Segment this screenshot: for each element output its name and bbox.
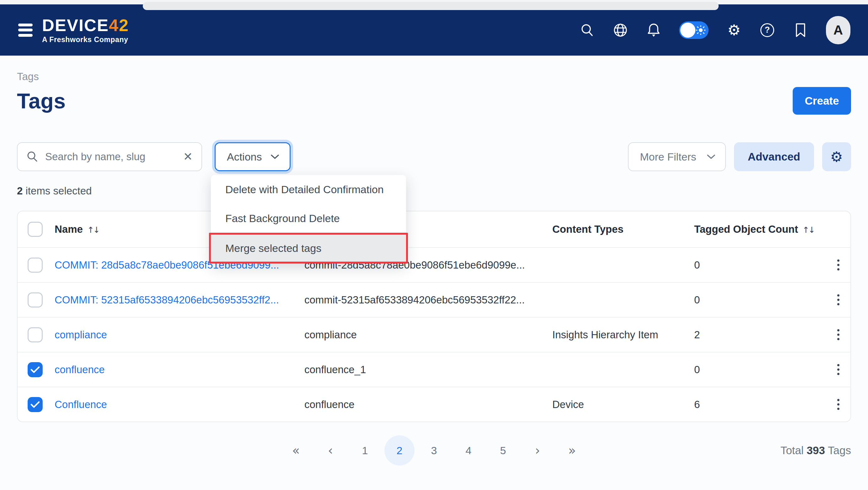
page-button-2-active[interactable]: 2	[384, 435, 414, 465]
first-page-button[interactable]: «	[279, 435, 313, 465]
table-row: COMMIT: 28d5a8c78ae0be9086f51ebe6d9099..…	[18, 247, 850, 282]
browser-chrome-strip	[0, 0, 868, 4]
tag-name-link[interactable]: Confluence	[55, 399, 107, 410]
actions-menu: Delete with Detailed Confirmation Fast B…	[211, 175, 406, 263]
menu-item-delete-detailed[interactable]: Delete with Detailed Confirmation	[211, 175, 406, 204]
advanced-button[interactable]: Advanced	[734, 142, 814, 171]
pagination: « ‹ 1 2 3 4 5 › » Total 393 Tags	[17, 435, 851, 465]
table-settings-button[interactable]: ⚙	[822, 142, 851, 171]
logo-wordmark: DEVICE42	[42, 17, 129, 34]
menu-item-merge-selected-tags[interactable]: Merge selected tags	[209, 233, 408, 263]
hamburger-menu-icon[interactable]	[18, 24, 33, 37]
row-checkbox[interactable]	[28, 292, 43, 308]
row-menu-button[interactable]	[831, 256, 846, 275]
settings-gear-icon[interactable]: ⚙	[726, 22, 742, 38]
table-row: confluence confluence_1 0	[18, 352, 850, 387]
next-page-button[interactable]: ›	[520, 435, 555, 465]
row-menu-button[interactable]	[831, 325, 846, 344]
tag-name-link[interactable]: compliance	[55, 329, 107, 341]
tagged-object-count: 0	[694, 294, 826, 306]
tagged-object-count: 0	[694, 364, 826, 376]
table-row: Confluence confluence Device 6	[18, 387, 850, 422]
theme-toggle[interactable]	[679, 21, 709, 39]
page-button-3[interactable]: 3	[417, 435, 451, 465]
tagged-object-count: 0	[694, 259, 826, 271]
tag-slug: confluence	[304, 399, 552, 410]
select-all-checkbox[interactable]	[28, 222, 43, 237]
tag-content-types: Device	[552, 399, 694, 410]
clear-search-icon[interactable]: ✕	[183, 151, 193, 163]
tags-table: Name↑↓ Content Types Tagged Object Count…	[17, 211, 851, 422]
prev-page-button[interactable]: ‹	[313, 435, 348, 465]
toggle-knob	[680, 23, 695, 38]
toolbar: ✕ Actions Delete with Detailed Confirmat…	[17, 142, 851, 171]
tag-name-link[interactable]: COMMIT: 52315af6533894206ebc56953532ff2.…	[55, 294, 279, 306]
browser-address-bar-sliver	[143, 2, 719, 10]
tag-slug: commit-52315af6533894206ebc56953532ff22.…	[304, 294, 552, 306]
table-header-row: Name↑↓ Content Types Tagged Object Count…	[18, 211, 850, 247]
notifications-bell-icon[interactable]	[646, 22, 661, 38]
row-menu-button[interactable]	[831, 291, 846, 309]
search-icon[interactable]	[579, 22, 595, 38]
row-menu-button[interactable]	[831, 395, 846, 414]
tagged-object-count: 6	[694, 399, 826, 410]
selection-count: 2 items selected	[17, 185, 851, 197]
sun-icon	[696, 25, 706, 36]
top-navbar: DEVICE42 A Freshworks Company	[0, 4, 868, 56]
page-button-4[interactable]: 4	[451, 435, 486, 465]
tag-name-link[interactable]: confluence	[55, 364, 105, 375]
table-row: COMMIT: 52315af6533894206ebc56953532ff2.…	[18, 282, 850, 317]
menu-item-fast-background-delete[interactable]: Fast Background Delete	[211, 204, 406, 233]
table-row: compliance compliance Insights Hierarchy…	[18, 317, 850, 352]
breadcrumb[interactable]: Tags	[17, 71, 851, 83]
sort-icon: ↑↓	[87, 225, 99, 235]
user-avatar[interactable]: A	[826, 16, 850, 44]
tag-content-types: Insights Hierarchy Item	[552, 329, 694, 341]
row-checkbox[interactable]	[28, 397, 43, 412]
row-checkbox[interactable]	[28, 362, 43, 377]
chevron-down-icon	[271, 154, 279, 159]
create-button[interactable]: Create	[793, 87, 851, 115]
sort-icon: ↑↓	[802, 225, 814, 235]
globe-icon[interactable]	[613, 22, 628, 38]
page-button-5[interactable]: 5	[486, 435, 520, 465]
header-tagged-object-count[interactable]: Tagged Object Count↑↓	[694, 223, 826, 235]
row-checkbox[interactable]	[28, 258, 43, 272]
page-title: Tags	[17, 89, 66, 113]
page-button-1[interactable]: 1	[348, 435, 382, 465]
last-page-button[interactable]: »	[555, 435, 589, 465]
bookmark-icon[interactable]	[793, 22, 808, 38]
logo-tagline: A Freshworks Company	[42, 36, 129, 44]
tag-slug: compliance	[304, 329, 552, 341]
help-icon[interactable]: ?	[760, 22, 775, 38]
total-count: Total 393 Tags	[780, 444, 851, 457]
chevron-down-icon	[707, 154, 715, 159]
device42-logo[interactable]: DEVICE42 A Freshworks Company	[42, 17, 129, 44]
more-filters-dropdown[interactable]: More Filters	[628, 142, 725, 171]
row-checkbox[interactable]	[28, 327, 43, 342]
header-content-types[interactable]: Content Types	[552, 223, 694, 235]
row-menu-button[interactable]	[831, 360, 846, 379]
actions-dropdown-button[interactable]: Actions	[215, 142, 290, 171]
search-input[interactable]	[45, 151, 176, 163]
tagged-object-count: 2	[694, 329, 826, 341]
gear-icon: ⚙	[830, 150, 843, 164]
tag-slug: confluence_1	[304, 364, 552, 376]
search-icon	[26, 151, 38, 163]
search-box[interactable]: ✕	[17, 142, 202, 171]
